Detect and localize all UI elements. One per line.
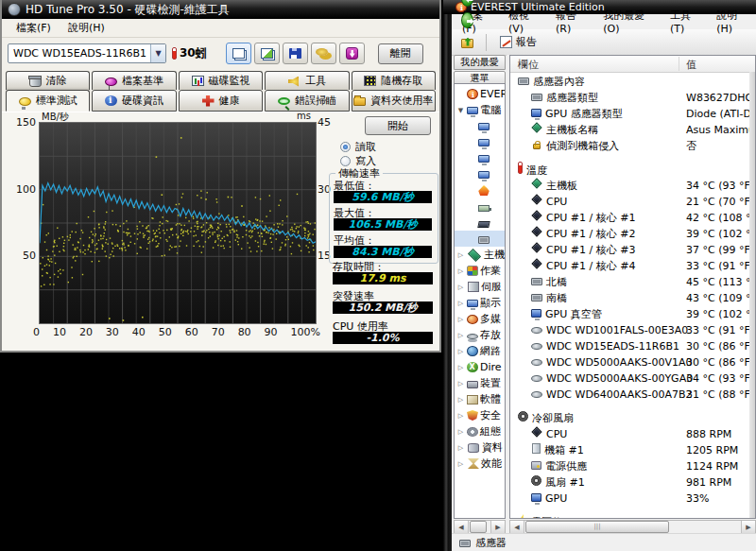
info-row[interactable]: 溫度 <box>510 162 749 178</box>
hdtune-title-bar[interactable]: HD Tune Pro 3.50 - 硬碟檢測-維護工具 <box>2 0 439 19</box>
info-row[interactable]: WDC WD5000AAKS-00YGA034 °C (93 °F) <box>510 370 749 387</box>
scrollbar-thumb[interactable] <box>470 521 487 533</box>
tree-item[interactable]: EVEREST <box>455 86 505 102</box>
info-row[interactable]: CPU #1 / 核心 #239 °C (102 °F) <box>510 226 749 242</box>
tree-item[interactable] <box>455 231 505 247</box>
info-row[interactable]: CPU888 RPM <box>510 426 749 442</box>
report-button[interactable]: 報告 <box>494 31 542 53</box>
tree-item[interactable]: ▷資料 <box>455 439 505 456</box>
toolbar-download-button[interactable] <box>339 43 365 64</box>
tree-item[interactable] <box>455 215 505 231</box>
toolbar-copy-image-button[interactable] <box>254 43 280 64</box>
tree-item[interactable]: ▷組態 <box>455 423 505 439</box>
tab-disk-monitor[interactable]: 磁碟監視 <box>179 71 263 90</box>
info-row[interactable]: 機箱 #11205 RPM <box>510 442 749 458</box>
vertical-scrollbar[interactable] <box>749 72 755 518</box>
tab-tools[interactable]: 工具 <box>265 71 349 90</box>
tree-item[interactable]: ▷軟體 <box>455 391 505 407</box>
tree-arrow-icon: ▷ <box>456 316 465 323</box>
tree-item[interactable]: ▷伺服 <box>455 279 505 295</box>
scroll-right-icon[interactable]: ▶ <box>490 521 505 533</box>
info-row[interactable]: 風扇 #1981 RPM <box>510 474 749 491</box>
toolbar-copy-button[interactable] <box>226 43 251 64</box>
tab-disk-info[interactable]: 硬碟資訊 <box>92 90 176 112</box>
tree-item[interactable]: ▷作業 <box>455 263 505 279</box>
up-button[interactable] <box>455 31 478 53</box>
radio-read[interactable]: 讀取 <box>340 140 376 154</box>
info-row[interactable]: 北橋45 °C (113 °F) <box>510 274 749 290</box>
scrollbar-thumb[interactable]: ||| <box>525 521 669 533</box>
tree-item[interactable]: ▷Dire <box>455 359 505 375</box>
tree-item[interactable]: ▷多媒 <box>455 311 505 327</box>
info-row[interactable]: CPU21 °C (70 °F) <box>510 194 749 210</box>
tree-item[interactable] <box>455 118 505 134</box>
tab-benchmark[interactable]: 標準測試 <box>6 90 90 112</box>
tab-folder-usage[interactable]: 資料夾使用率 <box>352 90 436 112</box>
forward-button[interactable] <box>455 9 478 31</box>
menu-item[interactable]: 檔案(F) <box>8 19 60 37</box>
info-row[interactable]: CPU #1 / 核心 #433 °C (91 °F) <box>510 258 749 274</box>
menu-item[interactable]: 工具(T) <box>663 8 708 36</box>
info-row[interactable]: 主機板名稱Asus Maximus Formu <box>510 122 749 138</box>
tree-item[interactable]: ▷安全 <box>455 407 505 423</box>
tree-item[interactable]: ▼電腦 <box>455 102 505 118</box>
tab-favorites[interactable]: 我的最愛 <box>454 55 506 70</box>
tree-item[interactable] <box>455 150 505 166</box>
scroll-right-icon[interactable]: ▶ <box>741 521 755 533</box>
info-row[interactable]: 冷卻風扇 <box>510 410 749 426</box>
info-row[interactable]: WDC WD6400AAKS-00A7B231 °C (88 °F) <box>510 387 749 403</box>
tree-item[interactable]: ▷存放 <box>455 327 505 343</box>
info-row[interactable] <box>510 507 749 514</box>
tree-item[interactable]: ▷效能 <box>455 456 505 472</box>
column-divider[interactable] <box>679 57 679 71</box>
info-row[interactable] <box>510 403 749 410</box>
back-button[interactable] <box>455 0 478 9</box>
info-row[interactable]: 感應器類型W83627DHG + W8379 <box>510 90 749 106</box>
tree-item[interactable] <box>455 182 505 198</box>
tab-error-scan[interactable]: 錯誤掃瞄 <box>265 90 349 112</box>
tree-item[interactable]: ▷主機 <box>455 247 505 263</box>
menu-item[interactable]: 說明(H) <box>710 8 756 36</box>
info-row[interactable]: 偵測到機箱侵入否 <box>510 138 749 154</box>
exit-button[interactable]: 離開 <box>378 43 423 64</box>
info-row[interactable]: 感應器內容 <box>510 74 749 90</box>
info-row[interactable]: WDC WD15EADS-11R6B130 °C (86 °F) <box>510 338 749 354</box>
main-horizontal-scrollbar[interactable]: ◀ ||| ▶ <box>509 520 756 534</box>
info-row[interactable]: 電源供應1124 RPM <box>510 458 749 474</box>
info-row[interactable]: GPU33% <box>510 491 749 507</box>
info-row[interactable]: CPU #1 / 核心 #337 °C (99 °F) <box>510 242 749 258</box>
info-row[interactable]: 電壓值 <box>510 514 749 518</box>
info-row[interactable]: WDC WD1001FALS-00E3A033 °C (91 °F) <box>510 322 749 338</box>
info-row[interactable]: 主機板34 °C (93 °F) <box>510 178 749 194</box>
tree-item[interactable]: ▷顯示 <box>455 295 505 311</box>
database-icon <box>468 443 479 453</box>
scroll-left-icon[interactable]: ◀ <box>455 521 469 533</box>
tree-item[interactable] <box>455 198 505 215</box>
column-value[interactable]: 值 <box>686 58 696 72</box>
toolbar-acoustic-management-button[interactable] <box>311 43 336 64</box>
info-row[interactable]: GPU 真空管39 °C (102 °F) <box>510 306 749 322</box>
tab-random-access[interactable]: 隨機存取 <box>352 71 436 90</box>
start-button[interactable]: 開始 <box>365 116 431 135</box>
info-row[interactable]: 南橋43 °C (109 °F) <box>510 290 749 306</box>
menu-item[interactable]: 報告(R) <box>549 8 594 36</box>
menu-item[interactable]: 我的最愛(O) <box>596 8 662 36</box>
menu-item[interactable]: 說明(H) <box>60 19 113 37</box>
info-row[interactable]: GPU 感應器類型Diode (ATI-Diode) <box>510 106 749 122</box>
column-headers[interactable]: 欄位 值 <box>510 56 755 73</box>
tree-item[interactable]: ▷網路 <box>455 343 505 359</box>
column-field[interactable]: 欄位 <box>518 58 539 72</box>
drive-selector[interactable]: WDC WD15EADS-11R6B1 (1500 GB) ▼ <box>8 43 166 63</box>
tree-item[interactable] <box>455 134 505 150</box>
tab-file-benchmark[interactable]: 檔案基準 <box>92 71 176 90</box>
tab-erase[interactable]: 清除 <box>6 71 90 90</box>
toolbar-save-button[interactable] <box>283 43 308 64</box>
info-row[interactable]: CPU #1 / 核心 #142 °C (108 °F) <box>510 210 749 226</box>
tab-health[interactable]: 健康 <box>179 90 263 112</box>
tree-item[interactable] <box>455 166 505 182</box>
tree-item[interactable]: ▷裝置 <box>455 375 505 391</box>
scroll-left-icon[interactable]: ◀ <box>510 521 524 533</box>
sidebar-horizontal-scrollbar[interactable]: ◀ ▶ <box>454 520 506 534</box>
info-row[interactable]: WDC WD5000AAKS-00V1A030 °C (86 °F) <box>510 354 749 370</box>
info-row[interactable] <box>510 154 749 162</box>
